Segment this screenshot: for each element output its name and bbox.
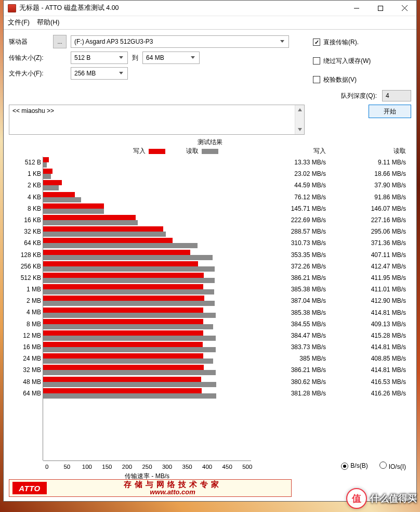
direct-io-checkbox[interactable] bbox=[313, 39, 320, 46]
bar-read bbox=[43, 185, 59, 190]
cell-read-value: 411.01 MB/s bbox=[331, 286, 411, 293]
bar-write bbox=[43, 319, 203, 324]
footer-url[interactable]: www.atto.com bbox=[150, 489, 195, 496]
bar-write bbox=[43, 273, 204, 278]
menu-help[interactable]: 帮助(H) bbox=[37, 18, 59, 27]
bar-write bbox=[43, 284, 203, 289]
chevron-down-icon bbox=[117, 52, 125, 63]
bar-write bbox=[43, 215, 136, 220]
footer: ATTO 存储与网络技术专家 www.atto.com bbox=[9, 479, 292, 497]
x-axis-title: 传输速率 - MB/s bbox=[43, 472, 251, 481]
cell-read-value: 408.85 MB/s bbox=[331, 355, 411, 362]
y-tick-label: 4 KB bbox=[9, 191, 41, 203]
maximize-button[interactable] bbox=[369, 1, 392, 16]
bar-write bbox=[43, 353, 203, 359]
x-tick-label: 0 bbox=[37, 464, 57, 470]
cell-write-value: 23.02 MB/s bbox=[251, 170, 331, 177]
browse-drive-button[interactable]: ... bbox=[53, 35, 67, 48]
legend-read-label: 读取 bbox=[186, 147, 199, 156]
label-file-size: 文件大小(F): bbox=[9, 69, 53, 78]
cell-read-value: 9.11 MB/s bbox=[331, 159, 411, 166]
cell-write-value: 310.73 MB/s bbox=[251, 239, 331, 247]
bypass-write-cache-checkbox[interactable] bbox=[313, 57, 320, 65]
titlebar[interactable]: 无标题 - ATTO 磁盘基准测试 4.00 bbox=[4, 1, 416, 16]
bar-write bbox=[43, 226, 163, 232]
radio-ios[interactable]: IO/s(I) bbox=[379, 462, 406, 470]
bar-write bbox=[43, 377, 201, 382]
bar-write bbox=[43, 342, 203, 347]
cell-read-value: 416.53 MB/s bbox=[331, 378, 411, 386]
bar-write bbox=[43, 169, 52, 174]
start-button-label: 开始 bbox=[384, 107, 396, 116]
cell-write-value: 386.21 MB/s bbox=[251, 366, 331, 374]
cell-write-value: 381.28 MB/s bbox=[251, 390, 331, 397]
x-axis: 050100150200250300350400450500 传输速率 - MB… bbox=[43, 460, 251, 478]
min-size-value: 512 B bbox=[74, 54, 90, 61]
swatch-write-icon bbox=[149, 149, 165, 154]
watermark: 值 什么值得买 bbox=[346, 488, 417, 509]
description-input[interactable]: << miaoshu >> bbox=[9, 105, 295, 134]
bar-read bbox=[43, 313, 216, 318]
y-tick-label: 4 MB bbox=[9, 306, 41, 318]
scrollbar[interactable] bbox=[295, 105, 304, 134]
bar-read bbox=[43, 301, 215, 306]
minimize-button[interactable] bbox=[345, 1, 369, 16]
atto-logo: ATTO bbox=[12, 482, 47, 494]
bar-write bbox=[43, 330, 203, 336]
y-tick-label: 256 KB bbox=[9, 261, 41, 272]
cell-write-value: 353.35 MB/s bbox=[251, 251, 331, 259]
x-tick-label: 100 bbox=[77, 464, 97, 470]
x-tick-label: 200 bbox=[117, 464, 137, 470]
cell-write-value: 386.21 MB/s bbox=[251, 274, 331, 281]
cell-read-value: 407.11 MB/s bbox=[331, 251, 411, 259]
label-to: 到 bbox=[128, 54, 142, 62]
verify-data-checkbox[interactable] bbox=[313, 76, 320, 83]
bar-read bbox=[43, 266, 215, 272]
cell-write-value: 380.62 MB/s bbox=[251, 378, 331, 386]
cell-read-value: 146.07 MB/s bbox=[331, 205, 411, 212]
start-button[interactable]: 开始 bbox=[369, 105, 411, 118]
col-write-header: 写入 bbox=[251, 147, 331, 156]
file-size-select[interactable]: 256 MB bbox=[71, 67, 128, 80]
col-read-header: 读取 bbox=[331, 147, 411, 156]
bar-write bbox=[43, 250, 190, 255]
label-drive: 驱动器 bbox=[9, 37, 53, 46]
y-tick-label: 16 MB bbox=[9, 341, 41, 353]
bar-write bbox=[43, 238, 173, 243]
x-tick-label: 150 bbox=[97, 464, 117, 470]
cell-read-value: 412.47 MB/s bbox=[331, 263, 411, 270]
cell-write-value: 383.73 MB/s bbox=[251, 343, 331, 351]
y-tick-label: 24 MB bbox=[9, 353, 41, 364]
cell-read-value: 227.16 MB/s bbox=[331, 216, 411, 224]
cell-read-value: 414.81 MB/s bbox=[331, 309, 411, 316]
close-button[interactable] bbox=[392, 1, 416, 16]
cell-read-value: 414.81 MB/s bbox=[331, 343, 411, 351]
radio-bs[interactable]: B/s(B) bbox=[341, 462, 368, 470]
window-title: 无标题 - ATTO 磁盘基准测试 4.00 bbox=[19, 4, 119, 12]
cell-read-value: 412.90 MB/s bbox=[331, 297, 411, 304]
menu-file[interactable]: 文件(F) bbox=[8, 18, 30, 27]
bar-write bbox=[43, 365, 204, 370]
scroll-up-icon[interactable] bbox=[295, 105, 304, 114]
cell-write-value: 384.55 MB/s bbox=[251, 321, 331, 328]
min-size-select[interactable]: 512 B bbox=[71, 52, 128, 64]
scroll-down-icon[interactable] bbox=[295, 125, 304, 134]
drive-select[interactable]: (F:) Asgard AP3 512GU3-P3 bbox=[71, 35, 289, 48]
chevron-down-icon bbox=[278, 36, 286, 47]
cell-write-value: 222.69 MB/s bbox=[251, 216, 331, 224]
x-tick-label: 50 bbox=[57, 464, 77, 470]
bar-write bbox=[43, 180, 62, 185]
cell-write-value: 288.57 MB/s bbox=[251, 228, 331, 235]
y-tick-label: 32 KB bbox=[9, 226, 41, 237]
y-tick-label: 64 MB bbox=[9, 388, 41, 399]
x-tick-label: 350 bbox=[177, 464, 198, 470]
app-window: 无标题 - ATTO 磁盘基准测试 4.00 文件(F) 帮助(H) 驱动器 .… bbox=[3, 0, 417, 502]
cell-write-value: 372.26 MB/s bbox=[251, 263, 331, 270]
x-tick-label: 500 bbox=[237, 464, 257, 470]
max-size-select[interactable]: 64 MB bbox=[142, 52, 200, 64]
menubar: 文件(F) 帮助(H) bbox=[4, 16, 416, 30]
y-tick-label: 512 KB bbox=[9, 272, 41, 284]
legend-write-label: 写入 bbox=[133, 147, 146, 156]
queue-depth-select[interactable]: 4 bbox=[382, 90, 411, 101]
cell-write-value: 385.38 MB/s bbox=[251, 286, 331, 293]
